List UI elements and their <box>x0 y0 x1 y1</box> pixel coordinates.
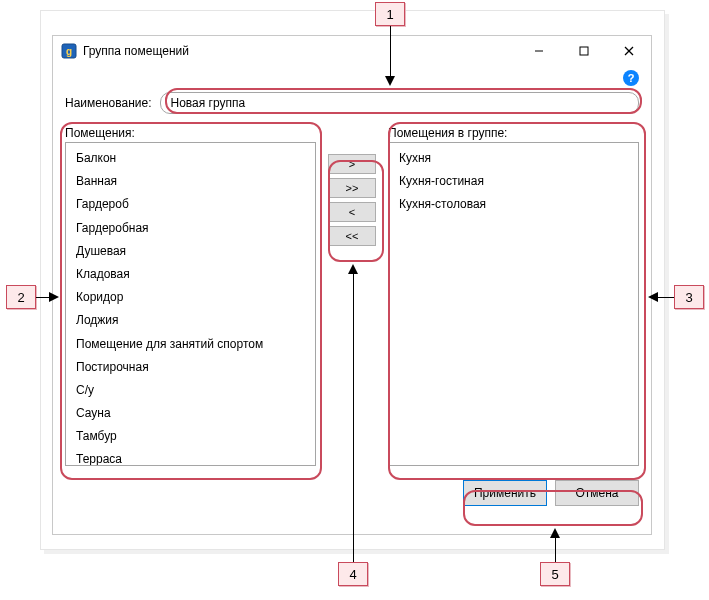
list-item[interactable]: Кладовая <box>74 263 307 286</box>
callout-4: 4 <box>338 562 368 586</box>
cancel-button[interactable]: Отмена <box>555 480 639 506</box>
svg-rect-3 <box>580 47 588 55</box>
name-row: Наименование: <box>65 92 639 114</box>
list-item[interactable]: Лоджия <box>74 309 307 332</box>
window-controls <box>516 37 651 65</box>
arrow-4-line <box>353 272 354 562</box>
callout-5: 5 <box>540 562 570 586</box>
list-item[interactable]: Гардеробная <box>74 217 307 240</box>
list-item[interactable]: Кухня-гостиная <box>397 170 630 193</box>
remove-button[interactable]: < <box>328 202 376 222</box>
client-area: ? Наименование: Помещения: БалконВаннаяГ… <box>53 66 651 534</box>
remove-all-button[interactable]: << <box>328 226 376 246</box>
available-listbox[interactable]: БалконВаннаяГардеробГардеробнаяДушеваяКл… <box>65 142 316 466</box>
list-item[interactable]: Тамбур <box>74 425 307 448</box>
list-item[interactable]: Терраса <box>74 448 307 466</box>
move-buttons-column: > >> < << <box>326 126 378 466</box>
name-input[interactable] <box>160 92 639 114</box>
name-label: Наименование: <box>65 96 152 110</box>
list-item[interactable]: Постирочная <box>74 356 307 379</box>
callout-3: 3 <box>674 285 704 309</box>
add-button[interactable]: > <box>328 154 376 174</box>
arrow-1-line <box>390 26 391 78</box>
arrow-2-head <box>49 292 59 302</box>
list-item[interactable]: С/у <box>74 379 307 402</box>
svg-text:g: g <box>66 46 72 57</box>
available-label: Помещения: <box>65 126 316 140</box>
group-listbox[interactable]: КухняКухня-гостинаяКухня-столовая <box>388 142 639 466</box>
callout-2: 2 <box>6 285 36 309</box>
titlebar: g Группа помещений <box>53 36 651 66</box>
add-all-button[interactable]: >> <box>328 178 376 198</box>
list-item[interactable]: Гардероб <box>74 193 307 216</box>
arrow-3-head <box>648 292 658 302</box>
dialog-window: g Группа помещений ? Наименование: Помещ… <box>52 35 652 535</box>
list-item[interactable]: Кухня-столовая <box>397 193 630 216</box>
apply-button[interactable]: Применить <box>463 480 547 506</box>
arrow-5-line <box>555 536 556 562</box>
close-button[interactable] <box>606 37 651 65</box>
lists-row: Помещения: БалконВаннаяГардеробГардеробн… <box>65 126 639 466</box>
list-item[interactable]: Кухня <box>397 147 630 170</box>
list-item[interactable]: Ванная <box>74 170 307 193</box>
group-label: Помещения в группе: <box>388 126 639 140</box>
arrow-4-head <box>348 264 358 274</box>
list-item[interactable]: Душевая <box>74 240 307 263</box>
help-icon[interactable]: ? <box>623 70 639 86</box>
group-column: Помещения в группе: КухняКухня-гостинаяК… <box>388 126 639 466</box>
arrow-5-head <box>550 528 560 538</box>
arrow-1-head <box>385 76 395 86</box>
list-item[interactable]: Коридор <box>74 286 307 309</box>
list-item[interactable]: Балкон <box>74 147 307 170</box>
arrow-3-line <box>657 297 674 298</box>
callout-1: 1 <box>375 2 405 26</box>
list-item[interactable]: Сауна <box>74 402 307 425</box>
app-icon: g <box>61 43 77 59</box>
maximize-button[interactable] <box>561 37 606 65</box>
minimize-button[interactable] <box>516 37 561 65</box>
list-item[interactable]: Помещение для занятий спортом <box>74 333 307 356</box>
dialog-buttons: Применить Отмена <box>65 480 639 506</box>
window-title: Группа помещений <box>83 44 516 58</box>
available-column: Помещения: БалконВаннаяГардеробГардеробн… <box>65 126 316 466</box>
